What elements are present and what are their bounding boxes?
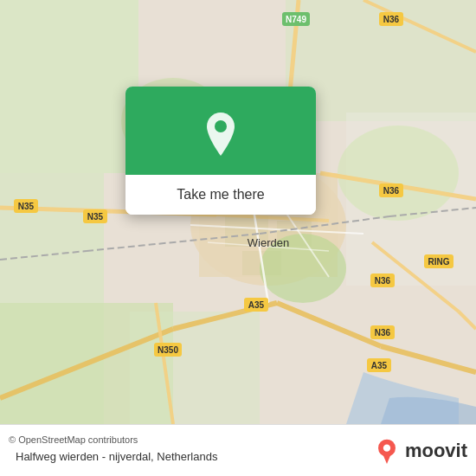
svg-text:A35: A35 bbox=[371, 361, 388, 370]
map-container: Wierden N749 N36 N35 N35 N36 N36 A35 N35… bbox=[0, 0, 476, 424]
svg-text:N35: N35 bbox=[18, 202, 35, 211]
bottom-bar: © OpenStreetMap contributors Halfweg wie… bbox=[0, 424, 476, 476]
popup-header bbox=[125, 87, 316, 175]
location-label: Halfweg wierden - nijverdal, Netherlands bbox=[9, 447, 224, 466]
svg-text:N36: N36 bbox=[383, 15, 400, 24]
svg-text:N35: N35 bbox=[87, 212, 104, 222]
svg-rect-1 bbox=[0, 0, 138, 173]
svg-text:N350: N350 bbox=[158, 345, 178, 355]
svg-point-62 bbox=[383, 444, 390, 451]
svg-text:Wierden: Wierden bbox=[248, 236, 289, 249]
svg-text:N36: N36 bbox=[375, 328, 391, 338]
svg-text:RING: RING bbox=[428, 257, 450, 267]
location-pin-icon bbox=[202, 111, 240, 158]
svg-text:A35: A35 bbox=[248, 300, 265, 310]
svg-rect-4 bbox=[130, 312, 260, 424]
svg-text:N36: N36 bbox=[383, 186, 400, 196]
svg-text:N36: N36 bbox=[375, 276, 391, 286]
moovit-logo: moovit bbox=[374, 438, 467, 464]
svg-point-16 bbox=[338, 125, 459, 221]
svg-marker-63 bbox=[383, 453, 391, 464]
moovit-icon bbox=[374, 438, 400, 464]
attribution-text: © OpenStreetMap contributors bbox=[9, 434, 224, 445]
moovit-text: moovit bbox=[405, 440, 467, 462]
svg-text:N749: N749 bbox=[286, 15, 306, 24]
take-me-there-button[interactable]: Take me there bbox=[125, 175, 316, 215]
svg-point-60 bbox=[215, 120, 227, 132]
popup-card: Take me there bbox=[125, 87, 316, 215]
